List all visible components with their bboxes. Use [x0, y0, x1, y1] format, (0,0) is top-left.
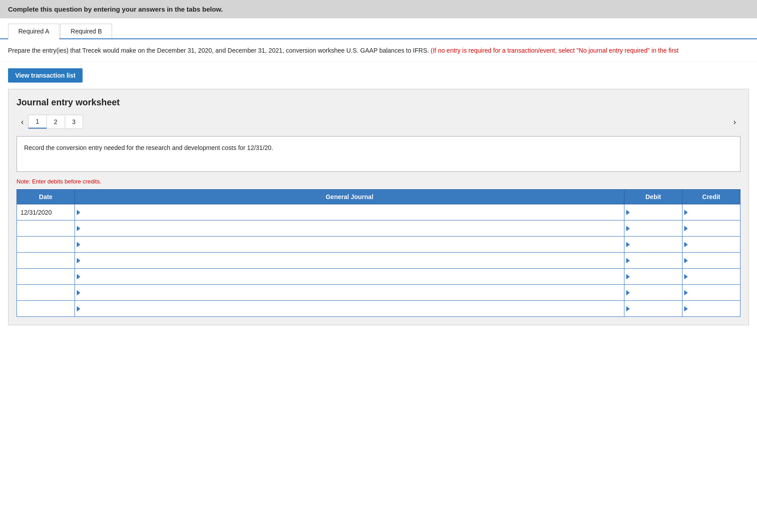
description-main: Prepare the entry(ies) that Trecek would…: [8, 47, 431, 54]
table-row: [17, 285, 740, 301]
date-cell: [17, 285, 75, 301]
page-tabs: 1 2 3: [28, 115, 83, 129]
debit-cell[interactable]: [624, 253, 682, 269]
debit-cell[interactable]: [624, 204, 682, 220]
input-arrow-icon: [626, 226, 630, 231]
debit-input[interactable]: [632, 305, 682, 312]
input-arrow-icon: [626, 258, 630, 263]
journal-entry-worksheet: Journal entry worksheet ‹ 1 2 3 › Record…: [8, 89, 749, 325]
debit-cell[interactable]: [624, 301, 682, 317]
tab-required-a[interactable]: Required A: [8, 24, 59, 39]
banner: Complete this question by entering your …: [0, 0, 757, 18]
general-journal-cell[interactable]: [75, 204, 624, 220]
description-red: (If no entry is required for a transacti…: [431, 47, 678, 54]
general-journal-input[interactable]: [82, 273, 624, 280]
general-journal-cell[interactable]: [75, 237, 624, 253]
credit-cell[interactable]: [682, 285, 740, 301]
date-cell: [17, 301, 75, 317]
general-journal-cell[interactable]: [75, 301, 624, 317]
credit-cell[interactable]: [682, 204, 740, 220]
input-arrow-icon: [77, 242, 80, 247]
general-journal-input[interactable]: [82, 289, 624, 296]
credit-input[interactable]: [690, 273, 740, 280]
general-journal-input[interactable]: [82, 257, 624, 264]
date-cell: [17, 269, 75, 285]
credit-cell[interactable]: [682, 220, 740, 237]
debit-input[interactable]: [632, 257, 682, 264]
header-date: Date: [17, 190, 75, 204]
date-cell: [17, 220, 75, 237]
navigation-row: ‹ 1 2 3 ›: [17, 115, 740, 129]
debit-cell[interactable]: [624, 285, 682, 301]
debit-input[interactable]: [632, 225, 682, 232]
debit-cell[interactable]: [624, 237, 682, 253]
date-cell: 12/31/2020: [17, 204, 75, 220]
table-row: [17, 220, 740, 237]
credit-input[interactable]: [690, 305, 740, 312]
table-row: 12/31/2020: [17, 204, 740, 220]
credit-input[interactable]: [690, 257, 740, 264]
debit-input[interactable]: [632, 209, 682, 216]
input-arrow-icon: [626, 274, 630, 279]
credit-input[interactable]: [690, 241, 740, 248]
banner-text: Complete this question by entering your …: [8, 5, 223, 13]
credit-cell[interactable]: [682, 253, 740, 269]
input-arrow-icon: [684, 290, 688, 295]
debit-cell[interactable]: [624, 269, 682, 285]
general-journal-input[interactable]: [82, 305, 624, 312]
credit-cell[interactable]: [682, 301, 740, 317]
input-arrow-icon: [684, 306, 688, 312]
credit-cell[interactable]: [682, 237, 740, 253]
table-row: [17, 301, 740, 317]
table-row: [17, 253, 740, 269]
debit-input[interactable]: [632, 241, 682, 248]
page-3[interactable]: 3: [65, 116, 83, 128]
table-row: [17, 237, 740, 253]
journal-table: Date General Journal Debit Credit 12/31/…: [17, 189, 740, 317]
header-credit: Credit: [682, 190, 740, 204]
date-cell: [17, 237, 75, 253]
general-journal-cell[interactable]: [75, 269, 624, 285]
debit-cell[interactable]: [624, 220, 682, 237]
general-journal-input[interactable]: [82, 225, 624, 232]
input-arrow-icon: [684, 210, 688, 215]
input-arrow-icon: [626, 306, 630, 312]
header-general-journal: General Journal: [75, 190, 624, 204]
prev-arrow[interactable]: ‹: [17, 116, 28, 129]
page-2[interactable]: 2: [47, 116, 65, 128]
input-arrow-icon: [684, 242, 688, 247]
page-1[interactable]: 1: [29, 115, 47, 129]
input-arrow-icon: [684, 258, 688, 263]
general-journal-cell[interactable]: [75, 253, 624, 269]
view-transaction-button[interactable]: View transaction list: [8, 68, 83, 83]
input-arrow-icon: [77, 290, 80, 295]
input-arrow-icon: [684, 274, 688, 279]
general-journal-input[interactable]: [82, 209, 624, 216]
tabs-container: Required A Required B: [0, 18, 757, 39]
credit-input[interactable]: [690, 209, 740, 216]
input-arrow-icon: [77, 258, 80, 263]
worksheet-title: Journal entry worksheet: [17, 97, 740, 108]
general-journal-cell[interactable]: [75, 285, 624, 301]
debit-input[interactable]: [632, 273, 682, 280]
input-arrow-icon: [626, 290, 630, 295]
header-debit: Debit: [624, 190, 682, 204]
input-arrow-icon: [626, 242, 630, 247]
input-arrow-icon: [77, 306, 80, 312]
note-text: Note: Enter debits before credits.: [17, 178, 740, 185]
credit-input[interactable]: [690, 225, 740, 232]
description-area: Prepare the entry(ies) that Trecek would…: [0, 39, 757, 62]
input-arrow-icon: [684, 226, 688, 231]
debit-input[interactable]: [632, 289, 682, 296]
input-arrow-icon: [77, 274, 80, 279]
general-journal-input[interactable]: [82, 241, 624, 248]
tab-required-b[interactable]: Required B: [60, 24, 112, 38]
credit-input[interactable]: [690, 289, 740, 296]
input-arrow-icon: [77, 226, 80, 231]
credit-cell[interactable]: [682, 269, 740, 285]
next-arrow[interactable]: ›: [729, 116, 740, 129]
input-arrow-icon: [626, 210, 630, 215]
date-cell: [17, 253, 75, 269]
general-journal-cell[interactable]: [75, 220, 624, 237]
table-row: [17, 269, 740, 285]
